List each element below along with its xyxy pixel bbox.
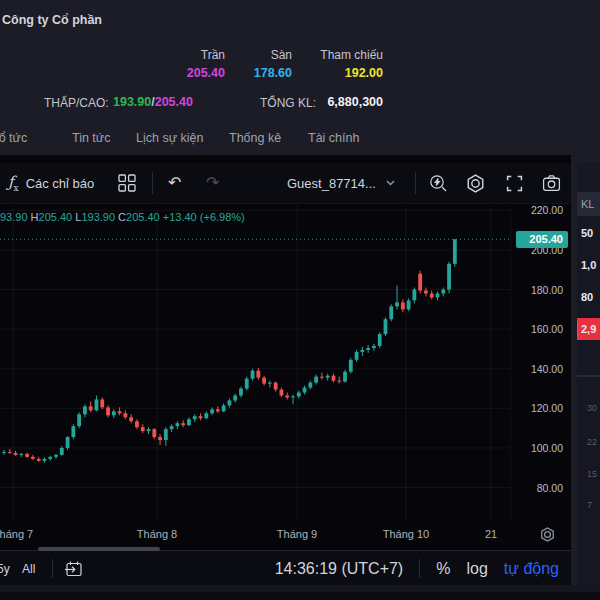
footer-strip (0, 592, 600, 600)
candle-body (60, 448, 64, 455)
scale-tick: 22 (587, 437, 600, 447)
layout-grid-icon (118, 174, 136, 192)
candle-body (25, 454, 29, 457)
screenshot-button[interactable] (542, 163, 561, 203)
price-tick: 80.00 (537, 482, 563, 494)
undo-button[interactable]: ↶ (168, 163, 181, 203)
candle-body (54, 455, 58, 457)
candle-body (239, 389, 243, 396)
candle-body (187, 419, 191, 425)
fullscreen-button[interactable] (506, 163, 523, 203)
totalvol-value: 6,880,300 (300, 95, 383, 109)
toolbar-separator (152, 172, 153, 194)
fullscreen-icon (506, 175, 523, 192)
time-tick: Tháng 10 (383, 528, 429, 540)
candle-body (372, 346, 376, 348)
goto-date-button[interactable] (64, 551, 83, 586)
candle-body (164, 429, 168, 440)
candle-body (83, 406, 87, 414)
candle-body (366, 348, 370, 350)
scale-tick: 7 (587, 500, 600, 510)
candle-body (332, 376, 336, 381)
floor-stat: Sàn 178.60 (230, 48, 292, 80)
layout-grid-button[interactable] (118, 163, 136, 203)
candle-body (89, 406, 93, 410)
candle-body (291, 396, 295, 397)
reference-value: 192.00 (300, 66, 383, 80)
candlestick-chart[interactable] (0, 205, 510, 522)
scale-tick: 15 (587, 469, 600, 479)
candle-body (106, 407, 110, 415)
candle-body (2, 452, 6, 453)
toolbar-separator (415, 172, 416, 194)
candle-body (129, 417, 133, 421)
candle-body (314, 377, 318, 383)
indicators-label: Các chỉ báo (26, 176, 95, 191)
redo-button[interactable]: ↷ (206, 163, 219, 203)
axis-settings-button[interactable] (540, 527, 555, 542)
chart-settings-button[interactable] (466, 163, 485, 203)
indicators-button[interactable]: ƒx Các chỉ báo (8, 163, 94, 203)
bottom-separator (52, 559, 53, 578)
lowhigh-value: 193.90/205.40 (113, 95, 193, 109)
redo-icon: ↷ (206, 163, 219, 203)
candle-body (152, 429, 156, 437)
candle-body (430, 294, 434, 298)
account-name: Guest_87714... (287, 176, 376, 191)
candle-body (412, 290, 416, 301)
range-all-button[interactable]: All (22, 551, 35, 586)
calendar-arrow-icon (64, 560, 83, 578)
candle-body (222, 405, 226, 411)
tab-dividends[interactable]: à cổ tức (0, 131, 27, 145)
candle-body (297, 393, 301, 397)
candle-body (262, 378, 266, 384)
legend-h-key: H (31, 211, 39, 223)
price-tick: 220.00 (531, 204, 563, 216)
range-5y-button[interactable]: 5y (0, 551, 10, 586)
tab-statistics[interactable]: Thống kê (229, 131, 281, 145)
tab-financials[interactable]: Tài chính (308, 131, 359, 145)
candle-body (256, 371, 260, 378)
candle-body (308, 383, 312, 388)
bottom-separator (419, 559, 420, 578)
candle-body (158, 437, 162, 440)
candle-body (141, 427, 145, 431)
candle-body (268, 383, 272, 384)
candle-body (100, 399, 104, 407)
candle-body (43, 459, 47, 461)
time-axis[interactable]: Tháng 7Tháng 8Tháng 9Tháng 1021 (0, 522, 571, 548)
legend-change: +13.40 (+6.98%) (163, 211, 245, 223)
candle-body (355, 352, 359, 360)
price-tick: 140.00 (531, 363, 563, 375)
candle-body (274, 383, 278, 390)
quick-search-button[interactable] (429, 163, 448, 203)
candle-body (280, 390, 284, 396)
footer-strip (0, 585, 600, 592)
candle-body (251, 371, 255, 379)
candle-body (418, 274, 422, 291)
candle-body (193, 416, 197, 419)
tab-news[interactable]: Tin tức (72, 131, 110, 145)
auto-scale-button[interactable]: tự động (504, 560, 559, 578)
candle-body (135, 421, 139, 427)
candle-body (19, 454, 23, 455)
horizontal-scrollbar[interactable] (38, 547, 160, 551)
candle-body (48, 457, 52, 459)
last-price-badge: 205.40 (516, 231, 568, 248)
candle-body (395, 302, 399, 306)
candle-body (210, 409, 214, 413)
candle-body (407, 300, 411, 309)
clock-label[interactable]: 14:36:19 (UTC+7) (275, 560, 404, 578)
candle-body (447, 264, 451, 290)
legend-open: 93.90 (0, 211, 28, 223)
header-tabs: à cổ tức Tin tức Lịch sự kiện Thống kê T… (0, 127, 571, 153)
account-menu[interactable]: Guest_87714... (287, 163, 395, 203)
candle-body (233, 395, 237, 400)
reference-stat: Tham chiếu 192.00 (300, 48, 383, 80)
percent-scale-button[interactable]: % (436, 560, 450, 578)
candle-body (378, 334, 382, 346)
legend-low: 193.90 (81, 211, 115, 223)
tab-events[interactable]: Lịch sự kiện (136, 131, 203, 145)
price-axis[interactable]: 220.00200.00180.00160.00140.00120.00100.… (510, 205, 572, 522)
log-scale-button[interactable]: log (466, 560, 487, 578)
